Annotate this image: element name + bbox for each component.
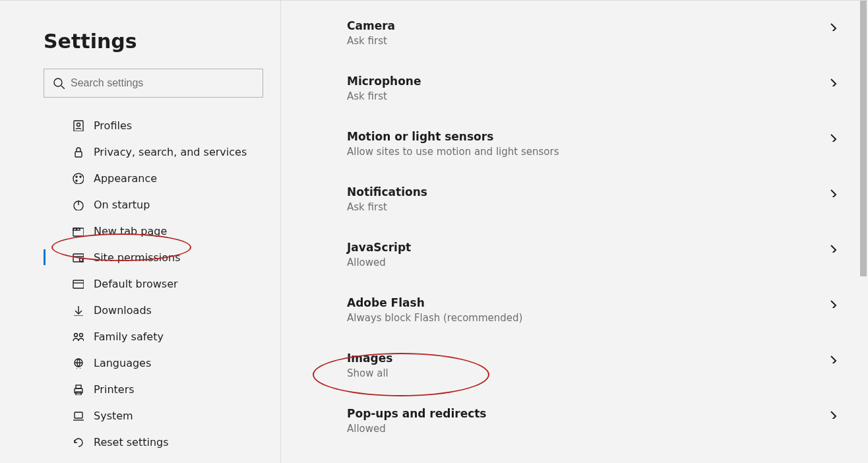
permission-title: JavaScript <box>347 241 819 254</box>
sidebar-item-label: On startup <box>94 199 150 211</box>
permission-subtitle: Allowed <box>347 423 819 435</box>
sidebar-item-newtab[interactable]: New tab page <box>0 218 280 244</box>
chevron-right-icon <box>819 241 846 253</box>
laptop-icon <box>71 409 84 422</box>
sidebar-item-siteperm[interactable]: Site permissions <box>0 244 280 270</box>
globechar-icon <box>71 356 84 369</box>
family-icon <box>71 330 84 343</box>
permission-texts: Adobe Flash Always block Flash (recommen… <box>322 296 819 324</box>
permission-subtitle: Allowed <box>347 257 819 268</box>
scrollbar-thumb[interactable] <box>860 1 867 276</box>
chevron-right-icon <box>819 185 846 197</box>
sidebar-item-label: Languages <box>94 357 151 369</box>
permission-title: Images <box>347 352 819 365</box>
permission-texts: Images Show all <box>322 352 819 379</box>
sidebar-item-downloads[interactable]: Downloads <box>0 297 280 323</box>
sidebar-item-label: Family safety <box>94 330 164 343</box>
reset-icon <box>71 435 84 448</box>
permission-subtitle: Ask first <box>347 35 819 47</box>
sidebar-item-label: Downloads <box>94 304 152 317</box>
chevron-right-icon <box>819 407 846 419</box>
permission-subtitle: Always block Flash (recommended) <box>347 312 819 324</box>
sidebar-item-defaultbrowser[interactable]: Default browser <box>0 270 280 297</box>
permission-texts: JavaScript Allowed <box>322 241 819 268</box>
download-icon <box>71 303 84 317</box>
puzzle-icon <box>281 296 322 309</box>
image-icon <box>281 352 322 365</box>
chevron-right-icon <box>819 130 846 142</box>
permission-subtitle: Ask first <box>347 201 819 213</box>
power-icon <box>71 198 84 211</box>
browser-icon <box>71 277 84 290</box>
chevron-right-icon <box>819 352 846 363</box>
sidebar-item-system[interactable]: System <box>0 402 280 429</box>
permission-motion[interactable]: Motion or light sensors Allow sites to u… <box>281 117 846 172</box>
sidebar-item-label: Privacy, search, and services <box>94 146 247 158</box>
page-title: Settings <box>44 30 280 53</box>
permission-ads[interactable]: Ads Blocked <box>281 449 846 463</box>
sidebar-item-label: System <box>94 410 133 422</box>
sidebar-item-label: Profiles <box>94 119 132 132</box>
search-icon <box>53 77 65 89</box>
sidebar-item-label: Default browser <box>94 278 178 290</box>
scrollbar-track[interactable] <box>859 1 868 463</box>
sidebar-item-printers[interactable]: Printers <box>0 376 280 402</box>
permission-texts: Pop-ups and redirects Allowed <box>322 407 819 435</box>
sidebar-item-appearance[interactable]: Appearance <box>0 165 280 191</box>
search-wrap <box>44 69 263 98</box>
js-icon <box>281 241 322 254</box>
permission-popups[interactable]: Pop-ups and redirects Allowed <box>281 394 846 449</box>
chevron-right-icon <box>819 19 846 31</box>
permission-texts: Microphone Ask first <box>322 75 819 102</box>
permission-subtitle: Ask first <box>347 90 819 102</box>
sidebar-item-reset[interactable]: Reset settings <box>0 429 280 455</box>
motion-icon <box>281 130 322 143</box>
permission-notifications[interactable]: Notifications Ask first <box>281 172 846 228</box>
permission-texts: Notifications Ask first <box>322 185 819 213</box>
permission-title: Adobe Flash <box>347 296 819 309</box>
popup-icon <box>281 407 322 420</box>
permissions-panel: Camera Ask first Microphone Ask first Mo… <box>281 1 846 463</box>
permission-camera[interactable]: Camera Ask first <box>281 1 846 61</box>
permission-title: Motion or light sensors <box>347 130 819 143</box>
chevron-right-icon <box>819 75 846 86</box>
palette-icon <box>71 171 84 185</box>
permission-title: Pop-ups and redirects <box>347 407 819 420</box>
bell-icon <box>281 185 322 199</box>
permission-subtitle: Show all <box>347 367 819 379</box>
permission-texts: Camera Ask first <box>322 19 819 47</box>
sidebar-item-phone[interactable]: Phone and other devices <box>0 455 280 463</box>
chevron-right-icon <box>819 296 846 308</box>
siteperm-icon <box>71 251 84 264</box>
permissions-list: Camera Ask first Microphone Ask first Mo… <box>281 1 846 463</box>
camera-icon <box>281 19 322 32</box>
permission-title: Camera <box>347 19 819 32</box>
permission-subtitle: Allow sites to use motion and light sens… <box>347 146 819 158</box>
newtab-icon <box>71 224 84 237</box>
permission-javascript[interactable]: JavaScript Allowed <box>281 228 846 283</box>
permission-texts: Motion or light sensors Allow sites to u… <box>322 130 819 158</box>
permission-microphone[interactable]: Microphone Ask first <box>281 61 846 117</box>
permission-title: Microphone <box>347 75 819 88</box>
sidebar-item-label: Reset settings <box>94 436 169 448</box>
sidebar-item-privacy[interactable]: Privacy, search, and services <box>0 139 280 165</box>
settings-sidebar: Settings Profiles Privacy, search, and s… <box>0 1 281 463</box>
permission-images[interactable]: Images Show all <box>281 338 846 394</box>
permission-flash[interactable]: Adobe Flash Always block Flash (recommen… <box>281 283 846 338</box>
lock-icon <box>71 145 84 158</box>
sidebar-item-label: Appearance <box>94 172 157 185</box>
mic-icon <box>281 75 322 88</box>
sidebar-item-profiles[interactable]: Profiles <box>0 112 280 139</box>
sidebar-item-languages[interactable]: Languages <box>0 350 280 376</box>
settings-nav: Profiles Privacy, search, and services A… <box>0 112 280 463</box>
printer-icon <box>71 383 84 396</box>
profile-icon <box>71 119 84 132</box>
sidebar-item-startup[interactable]: On startup <box>0 191 280 218</box>
sidebar-item-label: New tab page <box>94 225 167 237</box>
sidebar-item-label: Site permissions <box>94 251 181 264</box>
sidebar-item-family[interactable]: Family safety <box>0 323 280 350</box>
search-input[interactable] <box>44 69 263 98</box>
permission-title: Notifications <box>347 185 819 199</box>
sidebar-item-label: Printers <box>94 383 135 396</box>
